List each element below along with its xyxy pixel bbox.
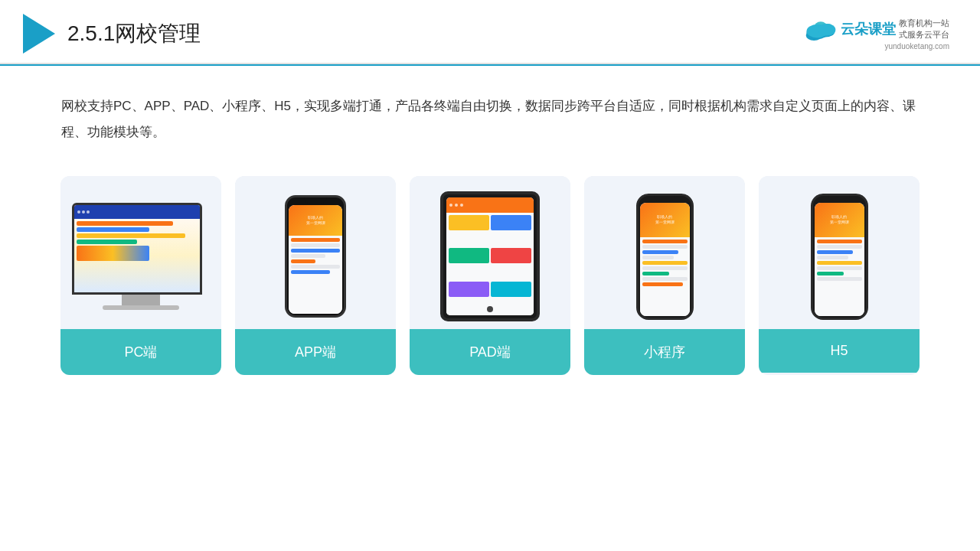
phone-tall-banner: 职场人的第一堂网课 [640,203,690,237]
pad-header [446,197,534,213]
monitor-stand [122,295,160,305]
phone-tall-screen: 职场人的第一堂网课 [640,203,690,316]
card-miniprogram-label: 小程序 [584,329,745,375]
cloud-icon [804,18,838,41]
monitor-screen-frame [72,203,202,295]
phone-tall-banner-h5: 职场人的第一堂网课 [815,203,864,237]
monitor-content [74,219,200,292]
pad-mockup [440,191,540,321]
phone-banner: 职场人的第一堂网课 [289,205,342,236]
card-pc: PC端 [60,176,221,375]
phone-notch [304,197,327,204]
title-prefix: 2.5.1 [67,21,115,45]
phone-tall-banner-text: 职场人的第一堂网课 [655,214,675,226]
card-app: 职场人的第一堂网课 APP端 [235,176,396,375]
card-h5-label: H5 [759,329,920,373]
phone-tall-miniprogram: 职场人的第一堂网课 [636,194,694,320]
card-pad-label: PAD端 [410,329,570,375]
phone-tall-notch [654,196,675,201]
phone-tall-h5: 职场人的第一堂网课 [811,194,868,320]
desktop-mockup [72,203,210,310]
phone-screen: 职场人的第一堂网课 [289,205,342,314]
monitor-display [74,205,200,292]
logo-en-text: yunduoketang.com [884,42,949,51]
page-title: 2.5.1网校管理 [67,19,201,48]
logo-inner: 云朵课堂 教育机构一站 式服务云平台 [804,18,949,41]
card-app-image: 职场人的第一堂网课 [235,176,396,329]
header-left: 2.5.1网校管理 [23,14,201,54]
monitor-top-bar [74,205,200,219]
phone-tall-body-h5 [815,237,864,316]
header: 2.5.1网校管理 云朵课堂 教育机构一站 式服务云平台 yunduoketan… [0,0,980,64]
card-pad-image [410,176,570,329]
phone-tall-screen-h5: 职场人的第一堂网课 [815,203,864,316]
pad-body [446,213,534,315]
phone-mockup-app: 职场人的第一堂网课 [285,195,346,318]
card-app-label: APP端 [235,329,396,375]
play-icon [23,14,55,54]
phone-tall-notch-h5 [828,196,850,201]
card-pc-label: PC端 [60,329,221,375]
phone-body [289,236,342,314]
monitor-base [103,305,179,310]
phone-banner-text: 职场人的第一堂网课 [306,215,325,226]
description-text: 网校支持PC、APP、PAD、小程序、H5，实现多端打通，产品各终端自由切换，数… [0,66,980,161]
phone-tall-banner-text-h5: 职场人的第一堂网课 [830,214,849,226]
phone-tall-body [640,237,690,316]
card-h5-image: 职场人的第一堂网课 [759,176,920,329]
pad-home-button [487,306,493,312]
logo-tagline: 教育机构一站 式服务云平台 [899,18,949,41]
card-pc-image [60,176,221,329]
logo-cn-text: 云朵课堂 [841,20,896,38]
svg-point-6 [818,23,835,35]
cards-container: PC端 职场人的第一堂网课 [0,161,980,406]
card-miniprogram: 职场人的第一堂网课 小程序 [584,176,745,375]
card-h5: 职场人的第一堂网课 H5 [759,176,920,375]
card-miniprogram-image: 职场人的第一堂网课 [584,176,745,329]
card-pad: PAD端 [410,176,570,375]
brand-logo: 云朵课堂 教育机构一站 式服务云平台 yunduoketang.com [804,18,949,51]
pad-screen [446,197,534,315]
title-main: 网校管理 [115,21,201,45]
